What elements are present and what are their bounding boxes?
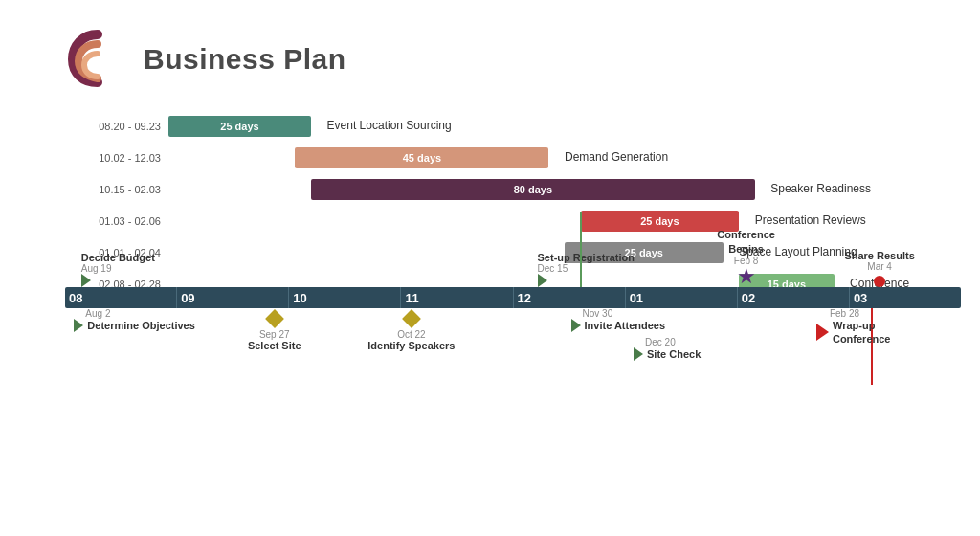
gantt-row-2: 10.02 - 12.03 45 days Demand Generation <box>65 145 961 171</box>
milestone-site-check: Dec 20 Site Check <box>634 337 701 361</box>
gantt-task-label-1: Event Location Sourcing <box>327 119 452 132</box>
logo-icon <box>65 27 130 92</box>
month-10: 10 <box>289 287 401 308</box>
star-icon: ★ <box>737 266 756 287</box>
milestone-decide-budget: Decide Budget Aug 19 <box>81 252 155 287</box>
gantt-date-2: 10.02 - 12.03 <box>65 152 168 164</box>
select-site-diamond-icon <box>265 309 284 328</box>
select-site-label: Select Site <box>248 340 301 351</box>
gantt-row-1: 08.20 - 09.23 25 days Event Location Sou… <box>65 113 961 140</box>
gantt-bar-2: 45 days <box>295 147 548 168</box>
invite-attendees-label: Invite Attendees <box>585 320 666 331</box>
gantt-task-label-4: Presentation Reviews <box>755 213 866 227</box>
milestone-setup-date: Dec 15 <box>538 263 568 274</box>
milestone-decide-budget-date: Aug 19 <box>81 263 112 274</box>
setup-registration-arrow-icon <box>538 274 547 287</box>
decide-budget-arrow-icon <box>81 274 91 287</box>
gantt-bar-label-3: 80 days <box>514 184 552 195</box>
determine-objectives-label: Determine Objectives <box>87 320 195 331</box>
invite-attendees-arrow-icon <box>571 319 581 332</box>
milestone-conference-begins: ConferenceBegins Feb 8 ★ <box>717 228 775 287</box>
gantt-row-4: 01.03 - 02.06 25 days Presentation Revie… <box>65 208 961 234</box>
milestone-determine-objectives: Aug 2 Determine Objectives <box>74 308 195 332</box>
month-12: 12 <box>514 287 626 308</box>
gantt-row-3: 10.15 - 02.03 80 days Speaker Readiness <box>65 176 961 203</box>
gantt-bar-label-1: 25 days <box>220 121 258 132</box>
month-11: 11 <box>401 287 513 308</box>
identify-speakers-label: Identify Speakers <box>368 340 455 351</box>
month-01: 01 <box>626 287 738 308</box>
red-circle-icon <box>874 276 885 287</box>
identify-speakers-diamond-icon <box>402 309 421 328</box>
milestone-identify-speakers: Oct 22 Identify Speakers <box>368 308 455 351</box>
gantt-date-1: 08.20 - 09.23 <box>65 121 168 132</box>
identify-speakers-date: Oct 22 <box>397 329 425 340</box>
timeline-bar: 08 09 10 11 12 01 02 03 <box>65 287 961 308</box>
gantt-bar-label-4: 25 days <box>640 215 679 227</box>
site-check-label: Site Check <box>647 348 701 360</box>
milestone-invite-attendees: Nov 30 Invite Attendees <box>571 308 666 332</box>
logo-area: Business Plan <box>65 27 346 92</box>
gantt-bar-label-2: 45 days <box>403 152 441 164</box>
timeline-months: 08 09 10 11 12 01 02 03 <box>65 287 961 308</box>
gantt-task-label-2: Demand Generation <box>565 150 668 164</box>
month-03: 03 <box>850 287 961 308</box>
milestone-select-site: Sep 27 Select Site <box>248 308 301 351</box>
wrapup-date: Feb 28 <box>830 308 859 319</box>
gantt-row-5: 01.01 - 02.04 25 days Space Layout Plann… <box>65 239 961 266</box>
share-results-date: Mar 4 <box>867 261 892 272</box>
milestone-decide-budget-label: Decide Budget <box>81 252 155 263</box>
app-title: Business Plan <box>144 43 346 76</box>
site-check-date: Dec 20 <box>645 337 676 347</box>
wrapup-label: Wrap-upConference <box>833 319 891 346</box>
select-site-date: Sep 27 <box>259 329 290 340</box>
gantt-bar-4: 25 days <box>581 211 740 232</box>
site-check-arrow-icon <box>634 347 643 361</box>
gantt-area: 08.20 - 09.23 25 days Event Location Sou… <box>65 113 961 302</box>
month-08: 08 <box>65 287 177 308</box>
milestone-wrapup-conference: Feb 28 Wrap-upConference <box>816 308 891 346</box>
month-09: 09 <box>177 287 289 308</box>
timeline-section: Decide Budget Aug 19 Set-up Registration… <box>65 287 961 308</box>
gantt-task-label-3: Speaker Readiness <box>770 182 871 195</box>
wrapup-arrow-icon <box>816 324 829 341</box>
month-02: 02 <box>738 287 850 308</box>
milestone-share-results: Share Results Mar 4 <box>844 250 914 287</box>
determine-objectives-date: Aug 2 <box>85 308 110 319</box>
gantt-date-4: 01.03 - 02.06 <box>65 215 168 227</box>
gantt-date-3: 10.15 - 02.03 <box>65 184 168 195</box>
share-results-label: Share Results <box>844 250 914 261</box>
milestone-setup-registration: Set-up Registration Dec 15 <box>538 252 635 287</box>
invite-attendees-date: Nov 30 <box>583 308 613 319</box>
gantt-bar-3: 80 days <box>311 179 755 200</box>
gantt-bar-1: 25 days <box>168 116 311 137</box>
conference-begins-label: ConferenceBegins <box>717 228 775 256</box>
determine-objectives-arrow-icon <box>74 319 83 332</box>
milestone-setup-label: Set-up Registration <box>538 252 635 263</box>
